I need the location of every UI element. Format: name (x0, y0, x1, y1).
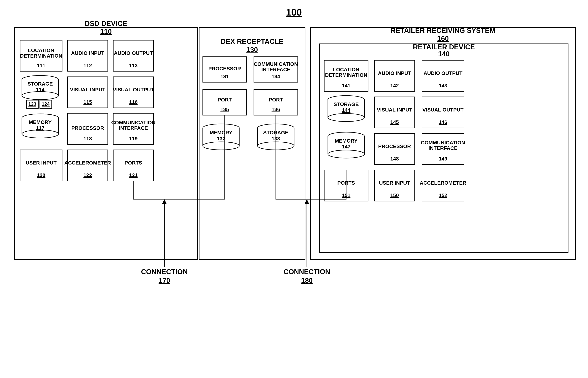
svg-text:143: 143 (439, 83, 447, 88)
svg-text:115: 115 (83, 99, 92, 105)
svg-text:152: 152 (439, 192, 447, 198)
svg-text:MEMORY: MEMORY (29, 119, 52, 125)
svg-text:COMMUNICATION: COMMUNICATION (421, 140, 465, 146)
svg-point-107 (328, 113, 365, 122)
svg-text:112: 112 (83, 63, 92, 68)
svg-point-21 (22, 92, 58, 100)
svg-text:130: 130 (246, 46, 258, 54)
svg-text:PORT: PORT (218, 97, 232, 103)
svg-text:131: 131 (221, 74, 229, 79)
svg-text:INTERFACE: INTERFACE (119, 125, 148, 131)
svg-text:132: 132 (217, 136, 225, 141)
svg-text:119: 119 (129, 136, 138, 141)
svg-text:CONNECTION: CONNECTION (141, 268, 188, 276)
svg-text:160: 160 (437, 35, 449, 42)
svg-text:PORTS: PORTS (125, 160, 142, 166)
svg-text:VISUAL INPUT: VISUAL INPUT (70, 87, 105, 93)
svg-text:118: 118 (83, 136, 92, 141)
svg-text:AUDIO INPUT: AUDIO INPUT (71, 50, 104, 56)
svg-text:COMMUNICATION: COMMUNICATION (111, 120, 156, 125)
svg-point-120 (328, 150, 365, 158)
svg-text:VISUAL OUTPUT: VISUAL OUTPUT (113, 87, 154, 93)
svg-text:DSD DEVICE: DSD DEVICE (85, 20, 127, 27)
svg-text:STORAGE: STORAGE (27, 81, 53, 87)
svg-text:LOCATION: LOCATION (333, 67, 359, 72)
svg-text:144: 144 (342, 107, 351, 113)
svg-text:PROCESSOR: PROCESSOR (378, 144, 411, 149)
svg-text:111: 111 (37, 63, 45, 68)
svg-text:122: 122 (83, 172, 92, 178)
svg-text:AUDIO INPUT: AUDIO INPUT (378, 70, 411, 76)
main-diagram-svg: 100 DSD DEVICE 110 LOCATION DETERMINATIO… (0, 0, 588, 378)
svg-text:DETERMINATION: DETERMINATION (20, 53, 62, 59)
svg-text:136: 136 (272, 107, 280, 112)
svg-point-77 (203, 142, 239, 150)
svg-text:ACCELEROMETER: ACCELEROMETER (64, 160, 111, 166)
svg-text:RETAILER RECEIVING SYSTEM: RETAILER RECEIVING SYSTEM (391, 27, 495, 34)
svg-text:USER INPUT: USER INPUT (379, 180, 410, 186)
svg-text:RETAILER DEVICE: RETAILER DEVICE (413, 43, 475, 51)
svg-text:DEX RECEPTACLE: DEX RECEPTACLE (221, 38, 283, 45)
svg-text:146: 146 (439, 119, 447, 125)
svg-text:123: 123 (28, 101, 36, 107)
svg-text:PROCESSOR: PROCESSOR (71, 125, 104, 131)
svg-text:USER INPUT: USER INPUT (26, 160, 57, 166)
svg-point-38 (22, 130, 58, 138)
svg-text:100: 100 (286, 7, 302, 17)
svg-text:INTERFACE: INTERFACE (429, 145, 457, 151)
svg-text:117: 117 (36, 125, 45, 131)
svg-text:114: 114 (36, 87, 45, 93)
svg-text:141: 141 (342, 83, 351, 88)
svg-text:135: 135 (221, 107, 229, 112)
svg-text:142: 142 (390, 83, 399, 88)
svg-text:149: 149 (439, 156, 447, 162)
svg-text:MEMORY: MEMORY (335, 138, 358, 144)
svg-text:145: 145 (390, 119, 399, 125)
svg-text:150: 150 (390, 192, 399, 198)
svg-text:VISUAL OUTPUT: VISUAL OUTPUT (422, 107, 463, 113)
svg-text:DETERMINATION: DETERMINATION (325, 72, 367, 78)
svg-text:148: 148 (390, 156, 399, 162)
svg-text:134: 134 (272, 74, 280, 79)
svg-text:LOCATION: LOCATION (28, 48, 54, 53)
svg-text:PORT: PORT (269, 97, 283, 103)
svg-text:120: 120 (37, 172, 45, 178)
svg-text:180: 180 (301, 277, 313, 284)
svg-text:ACCELEROMETER: ACCELEROMETER (419, 180, 466, 186)
svg-text:110: 110 (100, 28, 112, 35)
svg-text:VISUAL INPUT: VISUAL INPUT (377, 107, 412, 113)
svg-text:STORAGE: STORAGE (334, 101, 359, 107)
svg-text:INTERFACE: INTERFACE (261, 67, 290, 72)
svg-text:AUDIO OUTPUT: AUDIO OUTPUT (114, 50, 153, 56)
svg-text:147: 147 (342, 144, 351, 149)
svg-text:MEMORY: MEMORY (210, 130, 233, 135)
svg-text:121: 121 (129, 172, 138, 178)
svg-text:140: 140 (438, 50, 450, 58)
svg-text:AUDIO OUTPUT: AUDIO OUTPUT (423, 70, 462, 76)
svg-text:116: 116 (129, 99, 138, 105)
svg-text:170: 170 (158, 277, 170, 284)
svg-text:COMMUNICATION: COMMUNICATION (254, 61, 298, 67)
svg-text:PROCESSOR: PROCESSOR (209, 66, 241, 71)
svg-text:CONNECTION: CONNECTION (284, 268, 330, 276)
svg-text:113: 113 (129, 63, 138, 68)
svg-text:124: 124 (42, 101, 50, 107)
